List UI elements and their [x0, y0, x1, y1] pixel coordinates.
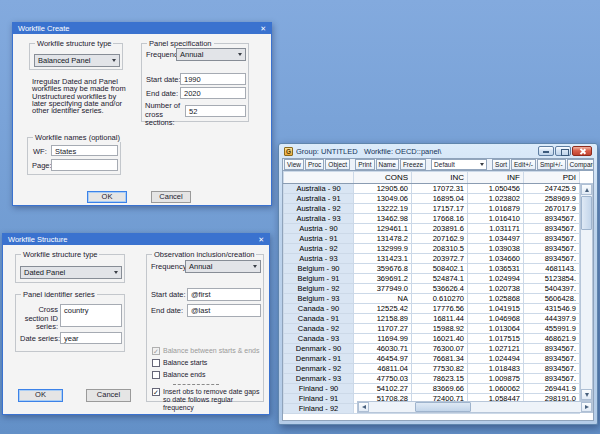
row-label[interactable]: Belgium - 91	[284, 274, 354, 284]
frequency-dropdown[interactable]: Annual	[185, 260, 261, 273]
data-cell[interactable]: 0.610270	[412, 294, 468, 304]
horizontal-scrollbar[interactable]	[357, 401, 593, 413]
row-label[interactable]: Canada - 91	[284, 314, 354, 324]
scroll-down-icon[interactable]	[581, 389, 592, 400]
data-cell[interactable]: 267017.9	[524, 204, 580, 214]
ok-button[interactable]: OK	[87, 191, 127, 203]
data-cell[interactable]: 1.046968	[468, 314, 524, 324]
row-label[interactable]: Belgium - 93	[284, 294, 354, 304]
data-cell[interactable]: 131478.2	[354, 234, 412, 244]
row-label[interactable]: Austria - 93	[284, 254, 354, 264]
page-field[interactable]	[51, 159, 118, 171]
row-label[interactable]: Austria - 91	[284, 234, 354, 244]
data-cell[interactable]: 431546.9	[524, 304, 580, 314]
data-cell[interactable]: 8934567.	[524, 214, 580, 224]
vertical-scroll-thumb[interactable]	[581, 196, 592, 230]
start-date-field[interactable]: @first	[187, 288, 261, 301]
balance-ends-checkbox[interactable]: Balance ends	[152, 371, 205, 379]
data-cell[interactable]: 468621.9	[524, 334, 580, 344]
toolbar-button-sort[interactable]: Sort	[492, 159, 510, 170]
data-cell[interactable]: 203972.7	[412, 254, 468, 264]
toolbar-button-proc[interactable]: Proc	[305, 159, 324, 170]
data-cell[interactable]: 5123854.	[524, 274, 580, 284]
data-cell[interactable]: 359676.8	[354, 264, 412, 274]
row-label[interactable]: Canada - 93	[284, 334, 354, 344]
data-cell[interactable]: 17157.17	[412, 204, 468, 214]
data-cell[interactable]: 455991.9	[524, 324, 580, 334]
data-cell[interactable]: 207162.9	[412, 234, 468, 244]
data-cell[interactable]: 8934567.	[524, 244, 580, 254]
toolbar-button-name[interactable]: Name	[376, 159, 399, 170]
data-cell[interactable]: 1.034660	[468, 254, 524, 264]
ok-button[interactable]: OK	[18, 389, 63, 402]
data-cell[interactable]: 76681.34	[412, 354, 468, 364]
insert-obs-checkbox[interactable]: ✓ Insert obs to remove date gaps so date…	[152, 388, 262, 412]
data-cell[interactable]: 12525.42	[354, 304, 412, 314]
data-cell[interactable]: 8934567.	[524, 254, 580, 264]
data-cell[interactable]: 77530.82	[412, 364, 468, 374]
end-date-field[interactable]: 2020	[180, 87, 246, 99]
close-icon[interactable]: ✕	[260, 23, 266, 34]
toolbar-button-object[interactable]: Object	[325, 159, 350, 170]
row-label[interactable]: Belgium - 92	[284, 284, 354, 294]
toolbar-button-print[interactable]: Print	[355, 159, 374, 170]
data-cell[interactable]: 76300.07	[412, 344, 468, 354]
row-label[interactable]: Finland - 91	[284, 394, 354, 404]
data-cell[interactable]: 17072.31	[412, 184, 468, 194]
data-cell[interactable]: 54102.27	[354, 384, 412, 394]
data-cell[interactable]: 1.060062	[468, 384, 524, 394]
data-cell[interactable]: 8934567.	[524, 234, 580, 244]
data-cell[interactable]: 1.039038	[468, 244, 524, 254]
data-cell[interactable]: 524874.1	[412, 274, 468, 284]
scroll-up-icon[interactable]	[581, 184, 592, 195]
column-header-cons[interactable]: CONS	[354, 172, 412, 184]
data-cell[interactable]: 1.023802	[468, 194, 524, 204]
data-cell[interactable]: 131423.1	[354, 254, 412, 264]
data-cell[interactable]: 1.018483	[468, 364, 524, 374]
toolbar-button-freeze[interactable]: Freeze	[400, 159, 426, 170]
close-icon[interactable]: ✕	[258, 234, 264, 245]
data-cell[interactable]: 8934567.	[524, 374, 580, 384]
toolbar-default-dropdown[interactable]: Default	[431, 159, 487, 170]
cancel-button[interactable]: Cancel	[86, 389, 131, 402]
structure-type-dropdown[interactable]: Dated Panel	[20, 266, 122, 279]
wf-field[interactable]: States	[51, 145, 118, 156]
data-cell[interactable]: 132999.9	[354, 244, 412, 254]
data-cell[interactable]: 1.016410	[468, 214, 524, 224]
cancel-button[interactable]: Cancel	[151, 191, 191, 203]
data-cell[interactable]: 16811.44	[412, 314, 468, 324]
row-label[interactable]: Australia - 93	[284, 214, 354, 224]
data-cell[interactable]: 13222.19	[354, 204, 412, 214]
close-icon[interactable]	[572, 146, 592, 156]
data-cell[interactable]: 16895.04	[412, 194, 468, 204]
row-label[interactable]: Denmark - 91	[284, 354, 354, 364]
toolbar-button-smpl[interactable]: Smpl+/-	[537, 159, 566, 170]
data-cell[interactable]: 8934567.	[524, 354, 580, 364]
data-cell[interactable]: 46811.04	[354, 364, 412, 374]
column-header-pdi[interactable]: PDI	[524, 172, 580, 184]
data-cell[interactable]: 8934567.	[524, 364, 580, 374]
cross-section-field[interactable]: country	[60, 304, 122, 327]
balance-between-checkbox[interactable]: ✓ Balance between starts & ends	[152, 347, 260, 355]
row-label[interactable]: Australia - 91	[284, 194, 354, 204]
data-cell[interactable]: 17776.56	[412, 304, 468, 314]
data-cell[interactable]: 129461.1	[354, 224, 412, 234]
frequency-dropdown[interactable]: Annual	[176, 48, 246, 61]
row-label[interactable]: Denmark - 93	[284, 374, 354, 384]
data-cell[interactable]: 269441.9	[524, 384, 580, 394]
data-cell[interactable]: 4681143.	[524, 264, 580, 274]
horizontal-scroll-thumb[interactable]	[415, 402, 471, 412]
row-label[interactable]: Finland - 90	[284, 384, 354, 394]
workfile-structure-titlebar[interactable]: Workfile Structure ✕	[3, 234, 269, 245]
column-header-inc[interactable]: INC	[412, 172, 468, 184]
data-cell[interactable]: 1.027121	[468, 344, 524, 354]
data-cell[interactable]: 1.034497	[468, 234, 524, 244]
row-label[interactable]: Canada - 90	[284, 304, 354, 314]
data-cell[interactable]: 1.009875	[468, 374, 524, 384]
toolbar-button-compare[interactable]: Compare+/-	[567, 159, 594, 170]
group-window-titlebar[interactable]: G Group: UNTITLED Workfile: OECD::panel\	[282, 144, 594, 158]
row-label[interactable]: Canada - 92	[284, 324, 354, 334]
restore-icon[interactable]	[555, 146, 571, 156]
data-cell[interactable]: 1.031171	[468, 224, 524, 234]
data-cell[interactable]: 203891.6	[412, 224, 468, 234]
